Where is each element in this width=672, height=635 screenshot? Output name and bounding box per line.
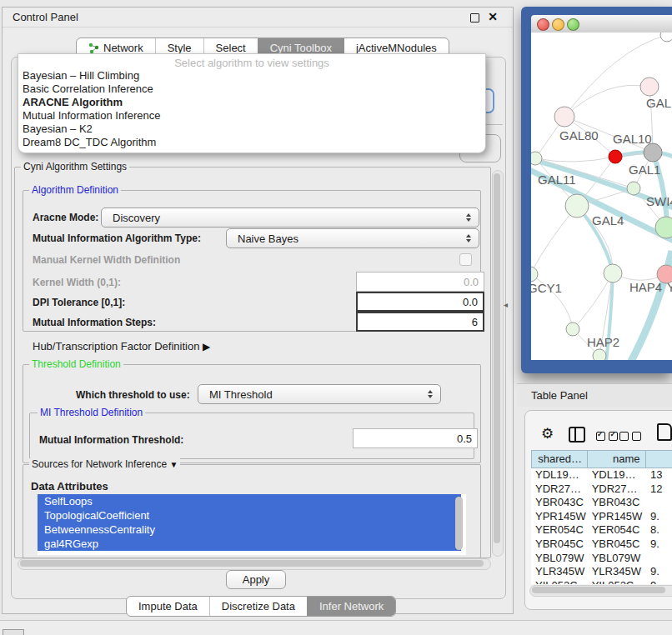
attributes-vscrollbar-thumb[interactable] — [455, 497, 463, 550]
network-node[interactable] — [660, 32, 672, 42]
table-cell: 12 — [646, 482, 672, 497]
table-cell: YDL19… — [588, 468, 646, 482]
algorithm-list: Bayesian – Hill ClimbingBasic Correlatio… — [18, 69, 485, 149]
bottom-left-widget[interactable] — [3, 629, 24, 635]
network-node[interactable] — [531, 267, 538, 282]
close-icon[interactable]: ✕ — [488, 10, 498, 23]
network-icon — [88, 42, 99, 53]
table-cell — [646, 552, 672, 566]
network-window-titlebar — [531, 15, 672, 33]
table-cell: 8. — [646, 523, 672, 538]
close-traffic-light[interactable] — [537, 18, 549, 31]
table-column-header[interactable] — [646, 451, 672, 468]
cyni-bottom-tabs: Impute DataDiscretize DataInfer Network — [126, 596, 396, 617]
network-node[interactable] — [640, 78, 659, 96]
settings-vscrollbar-thumb[interactable] — [494, 173, 500, 543]
network-node[interactable] — [593, 349, 606, 360]
tab-infer-network[interactable]: Infer Network — [307, 597, 395, 616]
table-column-header[interactable]: name — [588, 451, 646, 468]
network-node-label: GAL — [646, 96, 671, 110]
table-row[interactable]: YDR27…YDR27…12 — [531, 482, 672, 497]
data-attribute-item[interactable]: TopologicalCoefficient — [38, 508, 461, 522]
columns-icon[interactable] — [569, 427, 585, 442]
data-attributes-list: SelfLoopsTopologicalCoefficientBetweenne… — [38, 494, 466, 555]
table-row[interactable]: YPR145WYPR145W9. — [531, 510, 672, 524]
algorithm-option[interactable]: Bayesian – K2 — [18, 122, 485, 136]
network-view-window: GALGAL80GAL10GAL11GAL1SWI4GAL4HAP4GCY1YH… — [521, 7, 672, 373]
apply-button[interactable]: Apply — [226, 570, 286, 589]
table-row[interactable]: YBL079WYBL079W — [531, 552, 672, 566]
control-panel-title: Control Panel — [13, 11, 78, 23]
tab-impute-data[interactable]: Impute Data — [127, 597, 209, 616]
network-node-label: SWI4 — [646, 194, 672, 208]
dpi-tolerance-field[interactable]: 0.0 — [356, 292, 484, 312]
mi-threshold-field[interactable]: 0.5 — [353, 428, 478, 448]
table-column-header[interactable]: shared… — [532, 451, 588, 468]
float-icon[interactable] — [470, 13, 479, 22]
algorithm-option[interactable]: Basic Correlation Inference — [18, 82, 485, 96]
algorithm-option[interactable]: Dream8 DC_TDC Algorithm — [18, 136, 485, 149]
dropdown-hint: Select algorithm to view settings — [18, 54, 485, 69]
settings-vscrollbar[interactable] — [492, 170, 504, 557]
network-node[interactable] — [566, 322, 579, 336]
network-graph[interactable]: GALGAL80GAL10GAL11GAL1SWI4GAL4HAP4GCY1YH… — [531, 32, 672, 360]
table-hscrollbar-thumb[interactable] — [532, 587, 665, 593]
manual-kernel-checkbox[interactable] — [459, 253, 472, 266]
aracne-mode-label: Aracne Mode: — [33, 212, 98, 223]
network-node[interactable] — [565, 194, 589, 218]
table-cell: 9. — [646, 538, 672, 552]
network-node-label: GAL80 — [559, 128, 599, 142]
table-panel-title: Table Panel — [531, 389, 588, 402]
table-row[interactable]: YBR045CYBR045C9. — [531, 538, 672, 552]
kernel-width-field[interactable]: 0.0 — [356, 272, 484, 292]
hub-definition-toggle[interactable]: Hub/Transcription Factor Definition ▶ — [33, 340, 210, 352]
table-row[interactable]: YBR043CYBR043C — [531, 496, 672, 510]
network-node[interactable] — [627, 182, 640, 195]
network-node[interactable] — [531, 152, 542, 165]
select-all-checks-icon[interactable] — [596, 429, 618, 444]
network-edge[interactable] — [573, 273, 613, 329]
data-attribute-item[interactable]: SelfLoops — [38, 494, 461, 508]
data-attribute-item[interactable]: gal4RGexp — [38, 537, 461, 551]
table-row[interactable]: YDL19…YDL19…13 — [531, 468, 672, 482]
expand-arrow-icon: ▶ — [203, 341, 210, 352]
table-cell: YIL052C — [531, 579, 588, 584]
table-hscrollbar[interactable] — [529, 585, 672, 597]
which-threshold-select[interactable]: MI Threshold — [198, 384, 441, 404]
clear-checks-icon[interactable] — [619, 429, 641, 444]
data-attribute-item[interactable]: BetweennessCentrality — [38, 522, 461, 537]
network-node-label: GAL1 — [629, 162, 660, 177]
algorithm-option[interactable]: Bayesian – Hill Climbing — [18, 69, 485, 82]
table-row[interactable]: YIL052CYIL052C9. — [531, 579, 672, 584]
network-edge[interactable] — [531, 206, 577, 274]
network-edge[interactable] — [535, 157, 615, 162]
aracne-mode-select[interactable]: Discovery — [101, 208, 479, 228]
network-node[interactable] — [644, 143, 662, 162]
mi-type-select[interactable]: Naive Bayes — [226, 228, 479, 248]
table-row[interactable]: YLR345WYLR345W9. — [531, 565, 672, 579]
network-node[interactable] — [609, 150, 622, 163]
node-table: shared…name YDL19…YDL19…13YDR27…YDR27…12… — [531, 450, 672, 584]
network-node[interactable] — [554, 107, 574, 127]
algorithm-option[interactable]: Mutual Information Inference — [18, 109, 485, 122]
minimize-traffic-light[interactable] — [552, 18, 564, 31]
table-row[interactable]: YER054CYER054C8. — [531, 523, 672, 538]
gear-icon[interactable]: ⚙ — [541, 425, 554, 442]
network-canvas[interactable]: GALGAL80GAL10GAL11GAL1SWI4GAL4HAP4GCY1YH… — [531, 32, 672, 360]
algorithm-definition-legend: Algorithm Definition — [29, 184, 121, 196]
network-node-label: HAP2 — [587, 335, 619, 349]
zoom-traffic-light[interactable] — [567, 18, 579, 31]
settings-hscrollbar-thumb[interactable] — [20, 560, 484, 567]
mi-steps-field[interactable]: 6 — [356, 312, 484, 332]
network-node-label: Y — [667, 280, 672, 294]
panel-collapse-handle[interactable]: ◂ — [504, 300, 508, 309]
algorithm-option[interactable]: ARACNE Algorithm — [18, 96, 485, 109]
sources-toggle[interactable]: Sources for Network Inference ▼ — [29, 458, 180, 470]
network-node[interactable] — [604, 264, 622, 282]
tab-discretize-data[interactable]: Discretize Data — [209, 597, 307, 616]
table-cell — [646, 496, 672, 510]
settings-hscrollbar[interactable] — [18, 558, 491, 570]
stepper-icon — [463, 234, 474, 242]
table-cell: YDR27… — [531, 482, 588, 497]
function-icon[interactable] — [657, 423, 672, 441]
